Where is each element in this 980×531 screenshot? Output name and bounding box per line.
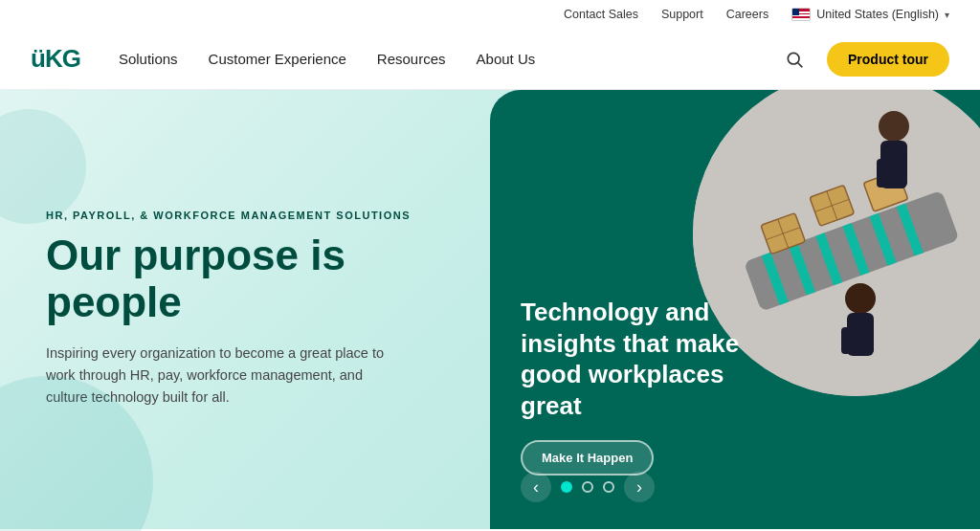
search-button[interactable]: [777, 42, 812, 77]
slide-headline: Technology and insights that make good w…: [521, 297, 750, 421]
hero-headline: Our purpose is people: [46, 232, 444, 325]
search-icon: [785, 50, 804, 69]
main-nav: üKG Solutions Customer Experience Resour…: [0, 29, 980, 90]
top-bar: Contact Sales Support Careers United Sta…: [0, 0, 980, 29]
flag-icon: [791, 8, 811, 21]
carousel-next-button[interactable]: ›: [624, 472, 655, 502]
logo[interactable]: üKG: [31, 44, 80, 74]
make-it-happen-button[interactable]: Make It Happen: [521, 440, 654, 476]
nav-resources[interactable]: Resources: [377, 51, 446, 67]
nav-customer-experience[interactable]: Customer Experience: [209, 51, 346, 67]
careers-link[interactable]: Careers: [726, 8, 768, 21]
hero-section: HR, PAYROLL, & WORKFORCE MANAGEMENT SOLU…: [0, 90, 980, 529]
nav-about-us[interactable]: About Us: [477, 51, 536, 67]
nav-solutions[interactable]: Solutions: [119, 51, 178, 67]
carousel-dot-1[interactable]: [582, 481, 593, 493]
chevron-down-icon: ▾: [945, 10, 949, 20]
hero-right: Technology and insights that make good w…: [490, 90, 980, 529]
slide-content: Technology and insights that make good w…: [490, 90, 980, 529]
hero-subtext: Inspiring every organization to become a…: [46, 343, 390, 409]
locale-selector[interactable]: United States (English) ▾: [791, 8, 949, 21]
nav-actions: Product tour: [777, 42, 949, 77]
hero-eyebrow: HR, PAYROLL, & WORKFORCE MANAGEMENT SOLU…: [46, 210, 444, 221]
locale-label: United States (English): [816, 8, 939, 21]
carousel-dot-0[interactable]: [561, 481, 572, 493]
carousel-prev-button[interactable]: ‹: [521, 472, 551, 502]
svg-point-0: [788, 53, 799, 64]
support-link[interactable]: Support: [661, 8, 703, 21]
hero-left: HR, PAYROLL, & WORKFORCE MANAGEMENT SOLU…: [0, 90, 490, 529]
logo-text: KG: [45, 44, 80, 74]
carousel-controls: ‹ ›: [490, 472, 685, 529]
svg-line-1: [798, 62, 803, 67]
carousel-dot-2[interactable]: [603, 481, 614, 493]
product-tour-button[interactable]: Product tour: [827, 42, 949, 77]
contact-sales-link[interactable]: Contact Sales: [564, 8, 638, 21]
nav-links: Solutions Customer Experience Resources …: [119, 51, 777, 67]
